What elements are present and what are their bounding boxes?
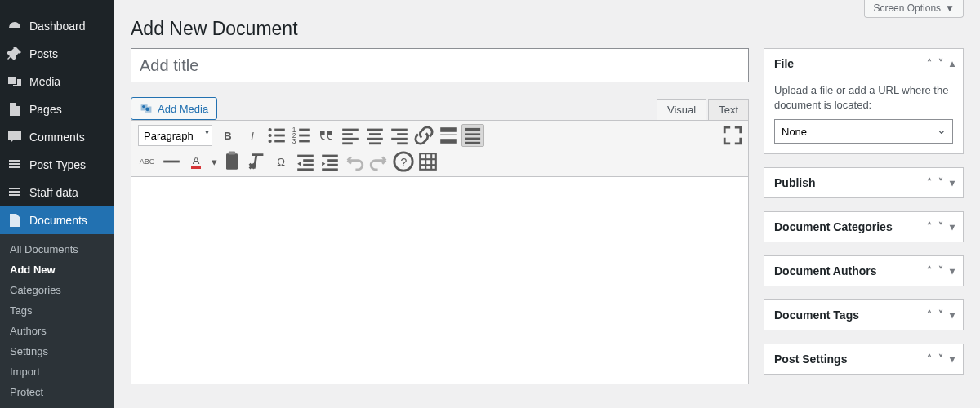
move-up-icon[interactable]: ˄ — [927, 221, 932, 233]
sidebar-item-post-types[interactable]: Post Types — [0, 151, 114, 179]
sidebar-item-dashboard[interactable]: Dashboard — [0, 12, 114, 40]
text-color-button[interactable]: A — [185, 150, 207, 173]
add-media-button[interactable]: Add Media — [131, 97, 217, 120]
indent-button[interactable] — [318, 150, 341, 173]
bold-button[interactable]: B — [216, 124, 239, 147]
redo-button[interactable] — [368, 150, 390, 173]
metabox-post-settings: Post Settings ˄ ˅ ▾ — [764, 344, 964, 375]
site-logo — [0, 0, 114, 12]
submenu-all-documents[interactable]: All Documents — [0, 239, 114, 259]
sidebar-item-label: Media — [29, 75, 60, 88]
fullscreen-button[interactable] — [721, 124, 744, 147]
strikethrough-button[interactable]: ABC — [136, 150, 158, 173]
sidebar-item-label: Documents — [29, 214, 87, 227]
metabox-title: Document Authors — [774, 264, 876, 277]
italic-button[interactable]: I — [241, 124, 264, 147]
toggle-icon[interactable]: ▾ — [950, 353, 955, 365]
svg-rect-40 — [327, 159, 338, 162]
format-select[interactable]: Paragraph — [138, 125, 212, 146]
move-down-icon[interactable]: ˅ — [938, 177, 943, 188]
sidebar-item-comments[interactable]: Comments — [0, 123, 114, 151]
submenu-protect[interactable]: Protect — [0, 382, 114, 402]
bullet-list-button[interactable] — [265, 124, 288, 147]
clear-formatting-button[interactable] — [245, 150, 268, 173]
svg-rect-4 — [274, 135, 285, 137]
sidebar-item-posts[interactable]: Posts — [0, 40, 114, 68]
svg-rect-32 — [163, 161, 180, 163]
paste-text-button[interactable] — [220, 150, 243, 173]
documents-submenu: All Documents Add New Categories Tags Au… — [0, 234, 114, 408]
read-more-button[interactable] — [437, 124, 460, 147]
move-up-icon[interactable]: ˄ — [927, 353, 932, 365]
svg-rect-30 — [466, 138, 480, 140]
table-button[interactable] — [416, 150, 439, 173]
submenu-tags[interactable]: Tags — [0, 300, 114, 321]
special-character-button[interactable]: Ω — [270, 150, 292, 173]
svg-rect-33 — [226, 153, 238, 170]
toggle-icon[interactable]: ▾ — [950, 265, 955, 277]
submenu-categories[interactable]: Categories — [0, 280, 114, 300]
admin-sidebar: Dashboard Posts Media Pages Comments Pos… — [0, 0, 114, 408]
comment-icon — [7, 129, 23, 145]
submenu-add-new[interactable]: Add New — [0, 259, 114, 280]
sidebar-item-label: Posts — [29, 47, 58, 60]
move-down-icon[interactable]: ˅ — [938, 221, 943, 233]
metabox-title: Publish — [774, 176, 816, 189]
toggle-icon[interactable]: ▾ — [950, 177, 955, 188]
move-up-icon[interactable]: ˄ — [927, 177, 932, 188]
sidebar-item-label: Dashboard — [29, 20, 86, 33]
move-down-icon[interactable]: ˅ — [938, 58, 943, 69]
pin-icon — [7, 46, 23, 62]
document-title-input[interactable] — [131, 48, 749, 82]
submenu-authors[interactable]: Authors — [0, 321, 114, 341]
svg-rect-2 — [274, 129, 285, 131]
chevron-down-icon: ▼ — [945, 2, 955, 14]
text-color-chevron-icon[interactable]: ▾ — [209, 150, 219, 173]
undo-button[interactable] — [343, 150, 366, 173]
numbered-list-button[interactable]: 123 — [290, 124, 313, 147]
link-button[interactable] — [412, 124, 435, 147]
horizontal-line-button[interactable] — [160, 150, 183, 173]
tab-visual[interactable]: Visual — [657, 99, 706, 120]
move-up-icon[interactable]: ˄ — [927, 309, 932, 321]
align-center-button[interactable] — [363, 124, 386, 147]
help-button[interactable]: ? — [392, 150, 415, 173]
move-down-icon[interactable]: ˅ — [938, 265, 943, 277]
submenu-import[interactable]: Import — [0, 361, 114, 382]
sidebar-item-pages[interactable]: Pages — [0, 95, 114, 123]
move-up-icon[interactable]: ˄ — [927, 58, 932, 69]
side-column: File ˄ ˅ ▴ Upload a file or add a URL wh… — [764, 48, 964, 388]
editor-content-area[interactable] — [131, 177, 749, 384]
screen-options-button[interactable]: Screen Options ▼ — [864, 0, 964, 18]
file-select[interactable]: None — [774, 119, 953, 144]
blockquote-button[interactable] — [314, 124, 337, 147]
svg-rect-31 — [466, 142, 480, 144]
svg-rect-23 — [391, 138, 408, 140]
svg-rect-16 — [342, 142, 353, 144]
toggle-icon[interactable]: ▴ — [950, 58, 955, 69]
sidebar-item-label: Post Types — [29, 158, 86, 171]
sidebar-item-media[interactable]: Media — [0, 68, 114, 95]
submenu-settings[interactable]: Settings — [0, 341, 114, 361]
svg-rect-34 — [229, 151, 235, 154]
sidebar-item-documents[interactable]: Documents — [0, 206, 114, 234]
svg-rect-10 — [299, 135, 310, 137]
outdent-button[interactable] — [294, 150, 317, 173]
align-right-button[interactable] — [388, 124, 411, 147]
move-up-icon[interactable]: ˄ — [927, 265, 932, 277]
svg-rect-45 — [420, 153, 436, 170]
post-types-icon — [7, 157, 23, 173]
tab-text[interactable]: Text — [708, 99, 749, 120]
svg-rect-18 — [369, 133, 381, 135]
svg-rect-41 — [327, 164, 338, 166]
toggle-icon[interactable]: ▾ — [950, 309, 955, 321]
toolbar-toggle-button[interactable] — [461, 124, 484, 147]
align-left-button[interactable] — [339, 124, 362, 147]
svg-text:?: ? — [401, 156, 408, 169]
move-down-icon[interactable]: ˅ — [938, 353, 943, 365]
svg-rect-28 — [466, 128, 480, 131]
toggle-icon[interactable]: ▾ — [950, 221, 955, 233]
move-down-icon[interactable]: ˅ — [938, 309, 943, 321]
sidebar-item-staff-data[interactable]: Staff data — [0, 179, 114, 206]
svg-rect-14 — [342, 133, 353, 135]
